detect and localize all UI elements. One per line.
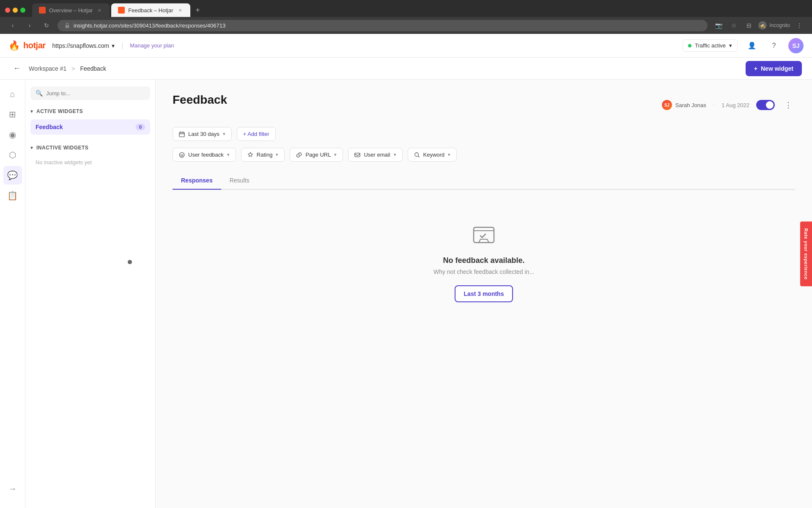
empty-state-title: No feedback available. [443,256,524,265]
tab-close-2[interactable]: ✕ [177,7,184,14]
tab-label-2: Feedback – Hotjar [128,7,173,14]
nav-collapse[interactable]: → [3,479,22,498]
tab-close-1[interactable]: ✕ [96,7,103,14]
new-tab-button[interactable]: + [192,4,204,16]
traffic-light-green[interactable] [20,8,25,13]
last-3-months-button[interactable]: Last 3 months [455,285,513,302]
traffic-lights [5,8,25,13]
forward-button[interactable]: › [24,19,36,31]
inactive-widgets-header[interactable]: ▾ Inactive widgets [30,145,150,151]
date-range-label: Last 30 days [188,131,219,137]
breadcrumb-current: Feedback [80,65,106,72]
nav-bottom: → [3,479,22,503]
rating-chevron-icon: ▾ [276,152,278,157]
empty-state-subtitle: Why not check feedback collected in... [433,268,534,275]
content-pane: Feedback SJ Sarah Jonas · 1 Aug 2022 ⋮ [156,80,812,508]
svg-rect-0 [66,25,69,28]
site-chevron-icon: ▾ [112,42,115,49]
lock-icon [64,22,70,28]
tabs-row: Responses Results [173,172,795,190]
nav-heatmaps[interactable]: ◉ [3,125,22,144]
hotjar-logo[interactable]: 🔥 hotjar [8,40,46,51]
tab-favicon-2 [118,7,125,14]
breadcrumb-back-button[interactable]: ← [10,62,24,75]
no-inactive-text: No inactive widgets yet [30,156,150,169]
traffic-light-red[interactable] [5,8,10,13]
back-button[interactable]: ‹ [7,19,19,31]
browser-chrome: Overview – Hotjar ✕ Feedback – Hotjar ✕ … [0,0,812,34]
incognito-label: Incognito [769,22,790,28]
rating-filter-icon [247,152,253,158]
date-range-filter[interactable]: Last 30 days ▾ [173,127,232,141]
nav-surveys[interactable]: 📋 [3,186,22,205]
tab-bar: Overview – Hotjar ✕ Feedback – Hotjar ✕ … [0,0,812,17]
responses-tab[interactable]: Responses [173,172,221,190]
tab-search-icon[interactable]: ⊟ [743,19,755,31]
empty-state-icon [472,224,496,248]
bookmark-icon[interactable]: ☆ [728,19,740,31]
user-avatar[interactable]: SJ [788,38,804,53]
filters-row-2: User feedback ▾ Rating ▾ Page URL [173,148,795,162]
tab-label-1: Overview – Hotjar [49,7,93,14]
page-title: Feedback [173,93,227,107]
new-widget-button[interactable]: + New widget [746,61,802,76]
sidebar-nav: ⌂ ⊞ ◉ ⬡ 💬 📋 → [0,80,25,508]
inactive-chevron-icon: ▾ [30,145,33,151]
user-feedback-chevron-icon: ▾ [227,152,230,157]
user-feedback-filter-icon [179,152,185,158]
site-selector[interactable]: https://snapflows.com ▾ [52,42,115,49]
svg-rect-1 [179,132,184,137]
search-input[interactable] [46,90,145,97]
user-email-filter[interactable]: User email ▾ [348,148,402,162]
browser-tab-1[interactable]: Overview – Hotjar ✕ [32,3,110,17]
add-user-button[interactable]: 👤 [744,38,760,53]
rating-filter-label: Rating [257,152,273,158]
filters-row-1: Last 30 days ▾ + Add filter [173,127,795,141]
svg-point-4 [182,154,183,155]
keyword-filter[interactable]: Keyword ▾ [408,148,457,162]
results-tab[interactable]: Results [221,172,258,190]
breadcrumb-separator: > [71,65,75,72]
incognito-icon: 🕵 [758,21,767,30]
user-email-filter-label: User email [364,152,390,158]
inactive-widgets-label: Inactive widgets [36,145,88,151]
traffic-light-yellow[interactable] [13,8,18,13]
rating-filter[interactable]: Rating ▾ [241,148,285,162]
search-box[interactable]: 🔍 [30,86,150,100]
breadcrumb-workspace[interactable]: Workspace #1 [29,65,66,72]
traffic-status-button[interactable]: Traffic active ▾ [683,39,738,52]
address-field[interactable]: insights.hotjar.com/sites/3090413/feedba… [58,20,708,31]
traffic-status-label: Traffic active [695,42,726,49]
address-bar: ‹ › ↻ insights.hotjar.com/sites/3090413/… [0,17,812,34]
refresh-button[interactable]: ↻ [41,19,52,31]
feedback-widget-item[interactable]: Feedback 0 [30,119,150,135]
nav-home[interactable]: ⌂ [3,85,22,103]
cast-icon[interactable]: 📷 [713,19,724,31]
menu-icon[interactable]: ⋮ [793,19,805,31]
user-feedback-filter-label: User feedback [188,152,224,158]
user-feedback-filter[interactable]: User feedback ▾ [173,148,236,162]
more-options-button[interactable]: ⋮ [782,98,795,112]
nav-recordings[interactable]: ⬡ [3,146,22,164]
page-url-filter-label: Page URL [305,152,331,158]
page-url-filter[interactable]: Page URL ▾ [290,148,343,162]
new-widget-label: New widget [761,65,793,72]
site-url: https://snapflows.com [52,42,110,49]
nav-dashboard[interactable]: ⊞ [3,105,22,124]
help-button[interactable]: ? [766,38,782,53]
svg-point-3 [181,154,181,155]
nav-feedback[interactable]: 💬 [3,166,22,185]
rate-experience-tab[interactable]: Rate your experience [800,221,812,286]
widget-panel: 🔍 ▾ Active widgets Feedback 0 ▾ Inactive… [25,80,155,508]
user-info: SJ Sarah Jonas [662,100,706,110]
active-widgets-section[interactable]: ▾ Active widgets [30,108,150,114]
incognito-badge: 🕵 Incognito [758,21,790,30]
add-filter-button[interactable]: + Add filter [237,127,276,141]
tab-favicon-1 [39,7,46,14]
browser-tab-2[interactable]: Feedback – Hotjar ✕ [111,3,190,17]
manage-plan-link[interactable]: Manage your plan [130,42,174,49]
active-toggle[interactable] [756,100,775,110]
svg-rect-7 [474,227,494,243]
svg-point-2 [179,152,184,157]
date-range-chevron-icon: ▾ [223,131,225,137]
